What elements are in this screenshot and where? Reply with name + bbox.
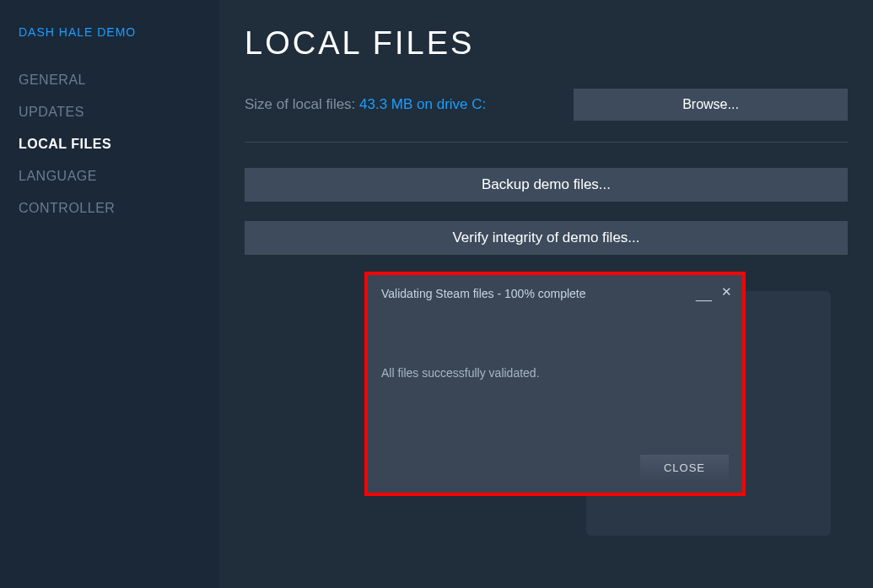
game-title: DASH HALE DEMO bbox=[19, 25, 219, 39]
sidebar-item-language[interactable]: LANGUAGE bbox=[19, 160, 219, 192]
sidebar: DASH HALE DEMO GENERAL UPDATES LOCAL FIL… bbox=[0, 0, 219, 588]
sidebar-item-general[interactable]: GENERAL bbox=[19, 64, 219, 96]
size-row: Size of local files: 43.3 MB on drive C:… bbox=[245, 89, 848, 121]
minimize-icon[interactable]: __ bbox=[696, 286, 712, 303]
dialog-close-button[interactable]: CLOSE bbox=[640, 455, 729, 481]
sidebar-item-local-files[interactable]: LOCAL FILES bbox=[19, 128, 219, 160]
browse-button[interactable]: Browse... bbox=[574, 89, 848, 121]
dialog-message: All files successfully validated. bbox=[381, 366, 729, 380]
dialog-window-controls: __ ✕ bbox=[696, 283, 732, 300]
dialog-footer: CLOSE bbox=[640, 455, 729, 481]
page-title: LOCAL FILES bbox=[245, 25, 848, 62]
dialog-close-icon[interactable]: ✕ bbox=[721, 284, 732, 299]
validation-dialog-highlight: Validating Steam files - 100% complete _… bbox=[364, 272, 746, 496]
size-value: 43.3 MB on drive C: bbox=[359, 96, 486, 112]
dialog-title: Validating Steam files - 100% complete bbox=[381, 287, 729, 300]
backup-button[interactable]: Backup demo files... bbox=[245, 168, 848, 202]
size-label: Size of local files: bbox=[245, 96, 359, 112]
sidebar-item-controller[interactable]: CONTROLLER bbox=[19, 192, 219, 224]
sidebar-item-updates[interactable]: UPDATES bbox=[19, 96, 219, 128]
divider bbox=[245, 142, 848, 143]
size-text: Size of local files: 43.3 MB on drive C: bbox=[245, 96, 486, 113]
validation-dialog: Validating Steam files - 100% complete _… bbox=[368, 275, 742, 493]
verify-button[interactable]: Verify integrity of demo files... bbox=[245, 221, 848, 255]
